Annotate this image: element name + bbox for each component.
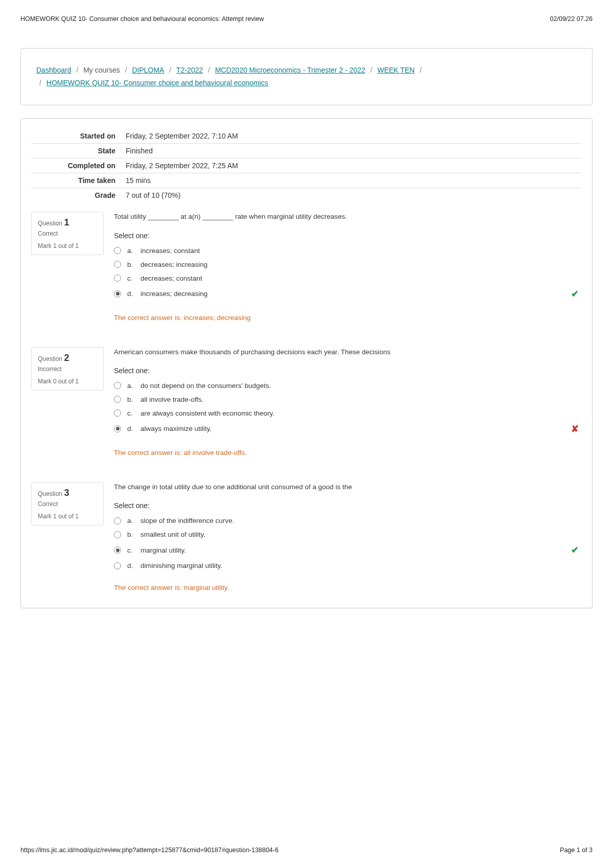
radio-icon[interactable] — [114, 546, 121, 554]
option-text: smallest unit of utility. — [140, 531, 205, 538]
breadcrumb-separator: / — [368, 66, 374, 74]
answer-option[interactable]: a.do not depend on the consumers' budget… — [114, 379, 583, 393]
question-block: Question 2IncorrectMark 0 out of 1Americ… — [21, 338, 592, 473]
select-one-label: Select one: — [114, 501, 583, 510]
question-number: 3 — [64, 488, 69, 498]
radio-icon[interactable] — [114, 247, 121, 254]
breadcrumb-separator: / — [206, 66, 212, 74]
option-letter: c. — [127, 275, 135, 282]
question-block: Question 1CorrectMark 1 out of 1Total ut… — [21, 202, 592, 337]
breadcrumb-link[interactable]: MCD2020 Microeconomics - Trimester 2 - 2… — [215, 66, 365, 74]
answers-list: a.slope of the indifference curve.b.smal… — [114, 514, 583, 573]
answer-option[interactable]: b.decreases; increasing — [114, 258, 583, 271]
question-text: Total utility ________ at a(n) ________ … — [114, 212, 583, 222]
checkmark-icon: ✔ — [571, 288, 583, 300]
option-letter: a. — [127, 247, 135, 255]
question-status: Incorrect — [38, 366, 97, 373]
radio-icon[interactable] — [114, 409, 121, 417]
summary-label: Time taken — [31, 173, 121, 188]
breadcrumb: Dashboard / My courses / DIPLOMA / T2-20… — [21, 49, 592, 105]
option-text: decreases; increasing — [140, 261, 207, 268]
question-number: 2 — [64, 353, 69, 363]
question-text: American consumers make thousands of pur… — [114, 347, 583, 357]
answer-option[interactable]: d.increases; decreasing✔ — [114, 285, 583, 303]
quiz-review-card: Started onFriday, 2 September 2022, 7:10… — [20, 118, 593, 608]
option-letter: c. — [127, 546, 135, 554]
option-text: do not depend on the consumers' budgets. — [140, 382, 271, 390]
answers-list: a.increases; constantb.decreases; increa… — [114, 244, 583, 303]
document-header: HOMEWORK QUIZ 10- Consumer choice and be… — [20, 15, 593, 22]
question-body: American consumers make thousands of pur… — [104, 347, 583, 469]
answer-option[interactable]: d.diminishing marginal utility. — [114, 559, 583, 573]
footer-url: https://lms.jic.ac.id/mod/quiz/review.ph… — [20, 847, 278, 854]
option-letter: c. — [127, 409, 135, 417]
breadcrumb-separator: / — [167, 66, 173, 74]
answer-option[interactable]: b.smallest unit of utility. — [114, 528, 583, 541]
question-label: Question — [38, 220, 64, 227]
attempt-summary: Started onFriday, 2 September 2022, 7:10… — [21, 119, 592, 202]
radio-icon[interactable] — [114, 517, 121, 524]
breadcrumb-separator: / — [418, 66, 422, 74]
breadcrumb-card: Dashboard / My courses / DIPLOMA / T2-20… — [20, 48, 593, 105]
breadcrumb-link[interactable]: DIPLOMA — [132, 66, 164, 74]
option-text: are always consistent with economic theo… — [140, 409, 274, 417]
summary-row: Started onFriday, 2 September 2022, 7:10… — [31, 129, 582, 144]
question-label: Question — [38, 490, 64, 497]
question-info-box: Question 1CorrectMark 1 out of 1 — [31, 212, 104, 255]
radio-icon[interactable] — [114, 382, 121, 389]
summary-row: StateFinished — [31, 144, 582, 158]
summary-label: Grade — [31, 188, 121, 203]
answer-option[interactable]: c.are always consistent with economic th… — [114, 406, 583, 420]
answer-option[interactable]: c.marginal utility.✔ — [114, 541, 583, 559]
summary-label: Completed on — [31, 158, 121, 173]
checkmark-icon: ✔ — [571, 544, 583, 556]
cross-icon: ✘ — [571, 423, 583, 435]
answers-list: a.do not depend on the consumers' budget… — [114, 379, 583, 438]
summary-value: Friday, 2 September 2022, 7:10 AM — [121, 129, 582, 144]
summary-value: 15 mins — [121, 173, 582, 188]
question-label: Question — [38, 355, 64, 362]
option-text: diminishing marginal utility. — [140, 562, 222, 569]
question-text: The change in total utility due to one a… — [114, 482, 583, 492]
answer-option[interactable]: a.slope of the indifference curve. — [114, 514, 583, 528]
question-block: Question 3CorrectMark 1 out of 1The chan… — [21, 473, 592, 608]
option-letter: b. — [127, 531, 135, 538]
option-text: slope of the indifference curve. — [140, 517, 234, 524]
breadcrumb-link[interactable]: HOMEWORK QUIZ 10- Consumer choice and be… — [46, 79, 268, 87]
breadcrumb-text: My courses — [83, 66, 120, 74]
summary-row: Grade7 out of 10 (70%) — [31, 188, 582, 203]
summary-row: Time taken15 mins — [31, 173, 582, 188]
radio-icon[interactable] — [114, 531, 121, 538]
option-text: all involve trade-offs. — [140, 396, 204, 403]
option-text: increases; constant — [140, 247, 200, 255]
summary-label: State — [31, 144, 121, 158]
option-letter: d. — [127, 562, 135, 569]
radio-icon[interactable] — [114, 275, 121, 282]
question-info-box: Question 3CorrectMark 1 out of 1 — [31, 482, 104, 526]
answer-option[interactable]: d.always maximize utility.✘ — [114, 420, 583, 438]
doc-datetime: 02/09/22 07.26 — [550, 15, 593, 22]
breadcrumb-link[interactable]: T2-2022 — [176, 66, 203, 74]
option-letter: d. — [127, 425, 135, 432]
question-mark: Mark 0 out of 1 — [38, 378, 97, 385]
breadcrumb-link[interactable]: WEEK TEN — [378, 66, 415, 74]
answer-option[interactable]: c.decreases; constant — [114, 271, 583, 285]
doc-title: HOMEWORK QUIZ 10- Consumer choice and be… — [20, 15, 264, 22]
breadcrumb-link[interactable]: Dashboard — [36, 66, 72, 74]
radio-icon[interactable] — [114, 425, 121, 432]
question-body: The change in total utility due to one a… — [104, 482, 583, 604]
radio-icon[interactable] — [114, 396, 121, 403]
select-one-label: Select one: — [114, 367, 583, 375]
breadcrumb-separator: / — [75, 66, 81, 74]
breadcrumb-separator: / — [39, 79, 43, 87]
summary-label: Started on — [31, 129, 121, 144]
radio-icon[interactable] — [114, 261, 121, 268]
select-one-label: Select one: — [114, 232, 583, 240]
question-mark: Mark 1 out of 1 — [38, 242, 97, 249]
option-letter: b. — [127, 396, 135, 403]
answer-option[interactable]: b.all involve trade-offs. — [114, 393, 583, 406]
radio-icon[interactable] — [114, 562, 121, 569]
answer-option[interactable]: a.increases; constant — [114, 244, 583, 258]
radio-icon[interactable] — [114, 290, 121, 298]
option-text: always maximize utility. — [140, 425, 211, 432]
